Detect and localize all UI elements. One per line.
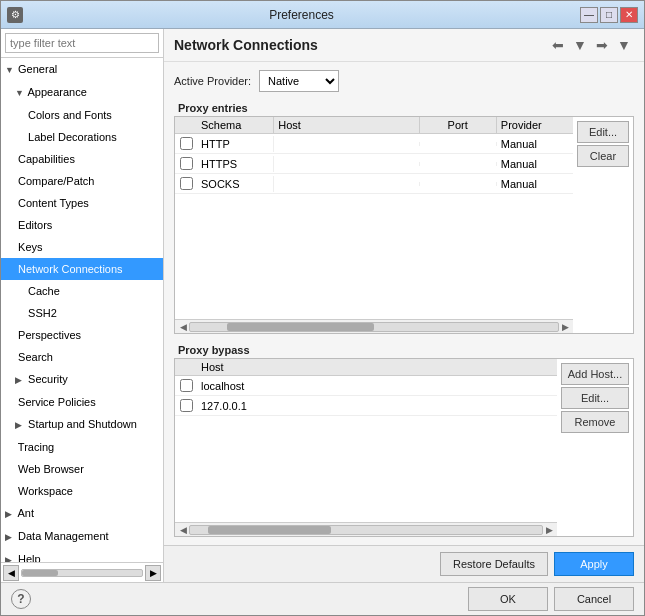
minimize-button[interactable]: — xyxy=(580,7,598,23)
sidebar-item-security[interactable]: ▶ Security xyxy=(1,368,163,391)
sidebar-item-workspace[interactable]: Workspace xyxy=(1,480,163,502)
proxy-clear-button[interactable]: Clear xyxy=(577,145,629,167)
127-host: 127.0.0.1 xyxy=(197,398,557,414)
http-provider: Manual xyxy=(497,136,573,152)
sidebar-item-capabilities[interactable]: Capabilities xyxy=(1,148,163,170)
header-port: Port xyxy=(420,117,497,133)
sidebar-filter-area xyxy=(1,29,163,58)
header-schema: Schema xyxy=(197,117,274,133)
localhost-checkbox[interactable] xyxy=(180,379,193,392)
arrow-icon: ▶ xyxy=(5,528,15,546)
proxy-entries-table-header: Schema Host Port Provider xyxy=(175,117,573,134)
socks-provider: Manual xyxy=(497,176,573,192)
https-checkbox[interactable] xyxy=(180,157,193,170)
bypass-remove-button[interactable]: Remove xyxy=(561,411,629,433)
proxy-entries-side-btns: Edit... Clear xyxy=(573,117,633,333)
sidebar-item-data-management[interactable]: ▶ Data Management xyxy=(1,525,163,548)
sidebar-item-label-decorations[interactable]: Label Decorations xyxy=(1,126,163,148)
https-port xyxy=(420,162,497,166)
proxy-bypass-table-wrap: Host localhost xyxy=(175,359,557,536)
proxy-entry-http: HTTP Manual xyxy=(175,134,573,154)
sidebar-item-ant[interactable]: ▶ Ant xyxy=(1,502,163,525)
sidebar-tree: ▼ General ▼ Appearance Colors and Fonts … xyxy=(1,58,163,562)
ok-cancel-buttons: OK Cancel xyxy=(468,587,634,611)
proxy-entries-body: Schema Host Port Provider HTTP xyxy=(175,117,633,333)
bypass-row-127: 127.0.0.1 xyxy=(175,396,557,416)
window-title: Preferences xyxy=(23,8,580,22)
sidebar-item-editors[interactable]: Editors xyxy=(1,214,163,236)
https-schema: HTTPS xyxy=(197,156,274,172)
sidebar-item-content-types[interactable]: Content Types xyxy=(1,192,163,214)
proxy-bypass-section: Proxy bypass Host xyxy=(174,342,634,537)
nav-dropdown-button[interactable]: ▼ xyxy=(570,35,590,55)
nav-menu-button[interactable]: ▼ xyxy=(614,35,634,55)
sidebar-item-ssh2[interactable]: SSH2 xyxy=(1,302,163,324)
proxy-bypass-side-btns: Add Host... Edit... Remove xyxy=(557,359,633,536)
sidebar-filter-input[interactable] xyxy=(5,33,159,53)
panel-title: Network Connections xyxy=(174,37,318,53)
sidebar-item-perspectives[interactable]: Perspectives xyxy=(1,324,163,346)
http-checkbox[interactable] xyxy=(180,137,193,150)
arrow-icon: ▶ xyxy=(15,416,25,434)
socks-host xyxy=(274,182,419,186)
localhost-host: localhost xyxy=(197,378,557,394)
socks-checkbox[interactable] xyxy=(180,177,193,190)
proxy-edit-button[interactable]: Edit... xyxy=(577,121,629,143)
panel-body: Active Provider: Direct Manual Native Pr… xyxy=(164,62,644,545)
sidebar-item-tracing[interactable]: Tracing xyxy=(1,436,163,458)
127-checkbox[interactable] xyxy=(180,399,193,412)
sidebar-item-keys[interactable]: Keys xyxy=(1,236,163,258)
help-bar: ? OK Cancel xyxy=(1,582,644,615)
https-host xyxy=(274,162,419,166)
sidebar-item-web-browser[interactable]: Web Browser xyxy=(1,458,163,480)
forward-button[interactable]: ➡ xyxy=(592,35,612,55)
bypass-row-localhost: localhost xyxy=(175,376,557,396)
back-button[interactable]: ⬅ xyxy=(548,35,568,55)
proxy-bypass-container: Host localhost xyxy=(174,358,634,537)
proxy-entries-table-wrap: Schema Host Port Provider HTTP xyxy=(175,117,573,333)
titlebar-buttons: — □ ✕ xyxy=(580,7,638,23)
proxy-entries-label: Proxy entries xyxy=(174,100,634,116)
close-button[interactable]: ✕ xyxy=(620,7,638,23)
titlebar: ⚙ Preferences — □ ✕ xyxy=(1,1,644,29)
sidebar-item-help[interactable]: ▶ Help xyxy=(1,548,163,562)
sidebar-bottom: ◀ ▶ xyxy=(1,562,163,582)
active-provider-select[interactable]: Direct Manual Native xyxy=(259,70,339,92)
header-host: Host xyxy=(274,117,419,133)
http-port xyxy=(420,142,497,146)
sidebar-item-appearance[interactable]: ▼ Appearance xyxy=(1,81,163,104)
help-icon[interactable]: ? xyxy=(11,589,31,609)
active-provider-label: Active Provider: xyxy=(174,75,251,87)
proxy-bypass-hscroll: ◀ ▶ xyxy=(175,522,557,536)
sidebar-item-network-connections[interactable]: Network Connections xyxy=(1,258,163,280)
socks-port xyxy=(420,182,497,186)
ok-button[interactable]: OK xyxy=(468,587,548,611)
socks-schema: SOCKS xyxy=(197,176,274,192)
bypass-add-host-button[interactable]: Add Host... xyxy=(561,363,629,385)
bypass-header-host: Host xyxy=(197,359,557,375)
sidebar-item-general[interactable]: ▼ General xyxy=(1,58,163,81)
active-provider-row: Active Provider: Direct Manual Native xyxy=(174,70,634,92)
sidebar-item-search[interactable]: Search xyxy=(1,346,163,368)
apply-button[interactable]: Apply xyxy=(554,552,634,576)
arrow-icon: ▼ xyxy=(5,61,15,79)
right-panel: Network Connections ⬅ ▼ ➡ ▼ Active Provi… xyxy=(164,29,644,582)
sidebar-item-cache[interactable]: Cache xyxy=(1,280,163,302)
restore-defaults-button[interactable]: Restore Defaults xyxy=(440,552,548,576)
bypass-edit-button[interactable]: Edit... xyxy=(561,387,629,409)
proxy-entries-hscroll: ◀ ▶ xyxy=(175,319,573,333)
proxy-entries-section: Proxy entries Schema Host Port Provi xyxy=(174,100,634,334)
proxy-bypass-rows: localhost 127.0.0.1 xyxy=(175,376,557,522)
sidebar-item-service-policies[interactable]: Service Policies xyxy=(1,391,163,413)
sidebar-scroll-left[interactable]: ◀ xyxy=(3,565,19,581)
proxy-entry-https: HTTPS Manual xyxy=(175,154,573,174)
sidebar-item-colors-fonts[interactable]: Colors and Fonts xyxy=(1,104,163,126)
arrow-icon: ▼ xyxy=(15,84,25,102)
sidebar-item-compare-patch[interactable]: Compare/Patch xyxy=(1,170,163,192)
sidebar-item-startup-shutdown[interactable]: ▶ Startup and Shutdown xyxy=(1,413,163,436)
panel-header: Network Connections ⬅ ▼ ➡ ▼ xyxy=(164,29,644,62)
sidebar-scroll-right[interactable]: ▶ xyxy=(145,565,161,581)
proxy-entries-container: Schema Host Port Provider HTTP xyxy=(174,116,634,334)
maximize-button[interactable]: □ xyxy=(600,7,618,23)
cancel-button[interactable]: Cancel xyxy=(554,587,634,611)
